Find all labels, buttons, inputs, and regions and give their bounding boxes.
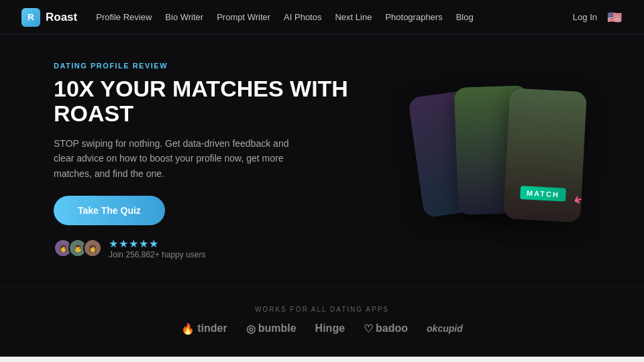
tinder-icon: 🔥 — [181, 322, 195, 335]
hero-section: DATING PROFILE REVIEW 10X YOUR MATCHES W… — [0, 35, 644, 286]
match-badge: MATCH — [520, 186, 567, 202]
stars-rating: ★★★★★ Join 256,862+ happy users — [109, 237, 205, 259]
badoo-label: badoo — [376, 322, 408, 335]
nav-link-blog[interactable]: Blog — [456, 12, 474, 22]
apps-label: WORKS FOR ALL DATING APPS — [0, 306, 644, 313]
proof-text: Join 256,862+ happy users — [109, 250, 205, 259]
app-badoo: ♡ badoo — [364, 322, 408, 335]
nav-right: Log In 🇺🇸 — [573, 9, 623, 25]
hero-title: 10X YOUR MATCHES WITH ROAST — [54, 76, 376, 127]
hinge-label: Hinge — [315, 322, 345, 335]
hero-content: DATING PROFILE REVIEW 10X YOUR MATCHES W… — [54, 62, 376, 259]
hero-cta-button[interactable]: Take The Quiz — [54, 196, 165, 225]
avatar: 👩 — [83, 239, 102, 257]
apps-section: WORKS FOR ALL DATING APPS 🔥 tinder ◎ bum… — [0, 286, 644, 357]
badoo-icon: ♡ — [364, 322, 373, 335]
bumble-icon: ◎ — [246, 322, 256, 335]
phone-mockups: MATCH ↩ — [402, 80, 590, 241]
logo-text: Roast — [46, 11, 77, 24]
nav-link-ai-photos[interactable]: AI Photos — [284, 12, 321, 22]
logo-icon: R — [21, 8, 40, 27]
app-tinder: 🔥 tinder — [181, 322, 227, 335]
apps-list: 🔥 tinder ◎ bumble Hinge ♡ badoo okcupid — [0, 322, 644, 335]
second-section: IT'S AMATCH! FIND THE BEST PICS Get more… — [0, 357, 644, 362]
bumble-label: bumble — [258, 322, 297, 335]
tinder-label: tinder — [197, 322, 227, 335]
avatar-group: 👩 👨 👩 — [54, 239, 102, 257]
nav-links: Profile Review Bio Writer Prompt Writer … — [96, 12, 473, 22]
social-proof: 👩 👨 👩 ★★★★★ Join 256,862+ happy users — [54, 237, 376, 259]
nav-link-photographers[interactable]: Photographers — [385, 12, 442, 22]
nav-left: R Roast Profile Review Bio Writer Prompt… — [21, 8, 474, 27]
nav-link-prompt-writer[interactable]: Prompt Writer — [217, 12, 270, 22]
login-link[interactable]: Log In — [573, 12, 597, 22]
navbar: R Roast Profile Review Bio Writer Prompt… — [0, 0, 644, 35]
app-hinge: Hinge — [315, 322, 345, 335]
app-bumble: ◎ bumble — [246, 322, 297, 335]
hero-tag: DATING PROFILE REVIEW — [54, 62, 376, 70]
okcupid-label: okcupid — [427, 323, 463, 334]
language-flag[interactable]: 🇺🇸 — [606, 9, 623, 25]
app-okcupid: okcupid — [427, 323, 463, 334]
nav-link-bio-writer[interactable]: Bio Writer — [165, 12, 203, 22]
hero-description: STOP swiping for nothing. Get data-drive… — [54, 136, 295, 181]
nav-link-next-line[interactable]: Next Line — [335, 12, 372, 22]
phone-mockup-right: MATCH ↩ — [503, 88, 587, 223]
logo-link[interactable]: R Roast — [21, 8, 77, 27]
nav-link-profile-review[interactable]: Profile Review — [96, 12, 152, 22]
